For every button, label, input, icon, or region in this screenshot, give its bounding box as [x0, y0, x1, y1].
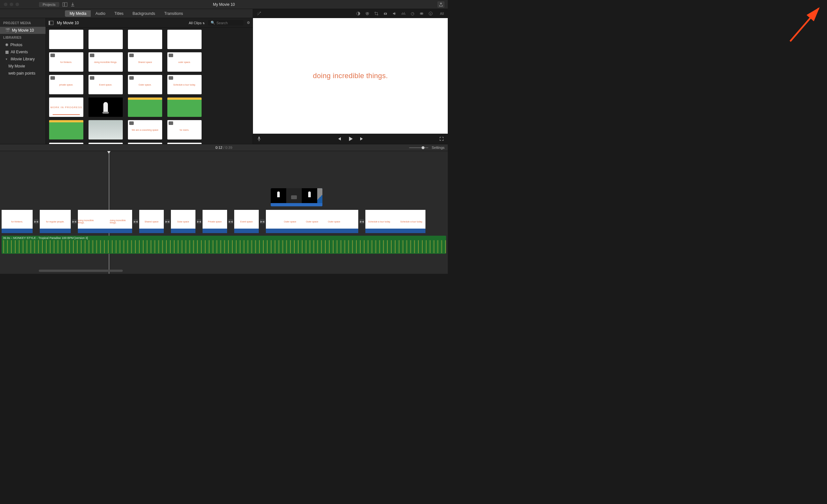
close-window[interactable] — [4, 3, 7, 6]
clip-label: for thinkers. — [60, 61, 72, 63]
play-button[interactable] — [348, 136, 353, 142]
clip-thumb[interactable] — [89, 30, 123, 49]
timeline-clip[interactable]: for regular people. — [40, 210, 71, 233]
tab-titles[interactable]: Titles — [110, 10, 128, 17]
transition[interactable]: ▶◀ — [228, 210, 234, 233]
clip-thumb[interactable]: Outer space. — [128, 75, 162, 94]
clip-thumb[interactable] — [167, 98, 202, 117]
transition[interactable]: ▶◀ — [33, 210, 39, 233]
clip-thumb[interactable]: for doers. — [167, 120, 202, 140]
sidebar-all-events[interactable]: ▦ All Events — [0, 48, 46, 55]
color-correction-icon[interactable] — [365, 11, 370, 16]
timeline-clip[interactable]: Solar space — [171, 210, 195, 233]
clip-thumb[interactable]: We are a coworking space — [128, 120, 162, 140]
view-layout-icon[interactable] — [62, 2, 67, 7]
clip-thumb[interactable] — [128, 30, 162, 49]
clips-filter-dropdown[interactable]: All Clips ⇅ — [189, 21, 205, 25]
tab-transitions[interactable]: Transitions — [159, 10, 187, 17]
search-input[interactable] — [216, 21, 242, 25]
timeline-clip[interactable]: Private space — [202, 210, 227, 233]
clip-thumb[interactable]: Schedule a tour today. — [167, 75, 202, 94]
timeline-settings-button[interactable]: Settings — [432, 146, 444, 150]
transition[interactable]: ▶◀ — [196, 210, 202, 233]
clip-thumb[interactable] — [128, 98, 162, 117]
transition[interactable]: ▶◀ — [164, 210, 171, 233]
next-button[interactable] — [359, 136, 364, 141]
tab-audio[interactable]: Audio — [91, 10, 110, 17]
noise-reduction-icon[interactable] — [401, 11, 406, 16]
viewer-canvas[interactable]: doing incredible things. — [253, 18, 448, 134]
stabilization-icon[interactable] — [383, 11, 388, 16]
clip-thumb[interactable]: outer space. — [167, 52, 202, 72]
clip-filter-icon[interactable] — [419, 11, 424, 16]
clip-grid[interactable]: for thinkers. doing incredible things. S… — [46, 28, 253, 144]
overlay-clip[interactable] — [271, 188, 323, 206]
window-controls — [0, 3, 19, 6]
transition[interactable]: ▶◀ — [133, 210, 139, 233]
clip-label: WORK IN PROGRESS — [50, 106, 82, 109]
projects-button[interactable]: Projects — [39, 2, 60, 7]
sidebar-project-label: My Movie 10 — [12, 28, 34, 33]
volume-icon[interactable] — [392, 11, 397, 16]
clip-thumb[interactable]: WORK IN PROGRESS — [49, 98, 83, 117]
clip-thumb[interactable] — [89, 120, 123, 140]
zoom-window[interactable] — [15, 3, 19, 6]
transition[interactable]: ▶◀ — [259, 210, 265, 233]
fullscreen-icon[interactable] — [439, 137, 444, 141]
horizontal-scrollbar[interactable] — [39, 269, 123, 272]
timeline-clip[interactable]: Shared space — [139, 210, 164, 233]
camera-icon — [168, 54, 173, 57]
video-track[interactable]: for thinkers.▶◀for regular people.▶◀doin… — [2, 210, 446, 233]
enhance-wand-icon[interactable] — [256, 11, 262, 16]
transition[interactable]: ▶◀ — [358, 210, 365, 233]
speed-icon[interactable] — [410, 11, 415, 16]
clip-label: outer space. — [178, 61, 191, 63]
timeline-clip[interactable]: Schedule a tour today.Schedule a tour to… — [366, 210, 426, 233]
clip-thumb[interactable] — [49, 120, 83, 140]
voiceover-icon[interactable] — [257, 136, 261, 141]
viewer-toolbar: All — [253, 9, 448, 18]
audio-waveform — [2, 240, 446, 253]
crop-icon[interactable] — [374, 11, 379, 16]
clip-thumb[interactable]: doing incredible things. — [89, 52, 123, 72]
zoom-slider[interactable] — [409, 147, 428, 148]
audio-clip-label: 39.9s – MONKEY STYLE - Tropical Paradise… — [3, 236, 88, 240]
camera-icon — [90, 76, 94, 80]
rocket-graphic — [103, 102, 108, 112]
timeline[interactable]: for thinkers.▶◀for regular people.▶◀doin… — [0, 151, 448, 274]
clip-label: Outer space. — [139, 84, 151, 86]
timeline-clip[interactable]: for thinkers. — [2, 210, 33, 233]
sidebar-toggle-icon[interactable] — [48, 21, 54, 25]
timeline-clip[interactable]: doing incredible things.doing incredible… — [78, 210, 132, 233]
tab-backgrounds[interactable]: Backgrounds — [128, 10, 159, 17]
minimize-window[interactable] — [10, 3, 13, 6]
transition[interactable]: ▶◀ — [71, 210, 78, 233]
sidebar-project[interactable]: 🎬 My Movie 10 — [0, 27, 46, 34]
sidebar: PROJECT MEDIA 🎬 My Movie 10 LIBRARIES ❋ … — [0, 18, 46, 144]
import-icon[interactable] — [70, 2, 75, 7]
clip-thumb[interactable]: private space. — [49, 75, 83, 94]
clip-thumb[interactable] — [167, 30, 202, 49]
timeline-clip[interactable]: Event space — [234, 210, 259, 233]
color-balance-icon[interactable] — [356, 11, 360, 16]
camera-icon — [168, 121, 173, 125]
clip-thumb[interactable] — [89, 98, 123, 117]
sidebar-event-web-pain[interactable]: web pain points — [0, 70, 46, 77]
audio-track[interactable]: 39.9s – MONKEY STYLE - Tropical Paradise… — [2, 236, 446, 254]
clip-thumb[interactable]: Shared space — [128, 52, 162, 72]
search-input-wrap[interactable]: 🔍 — [208, 20, 244, 26]
share-button[interactable] — [437, 1, 444, 8]
browser-settings-icon[interactable]: ⚙ — [247, 21, 250, 25]
svg-point-10 — [421, 12, 423, 14]
titlebar: Projects My Movie 10 — [0, 0, 448, 9]
clip-thumb[interactable]: for thinkers. — [49, 52, 83, 72]
sidebar-photos[interactable]: ❋ Photos — [0, 41, 46, 48]
prev-button[interactable] — [337, 136, 342, 141]
tab-my-media[interactable]: My Media — [65, 10, 91, 17]
clip-thumb[interactable]: Event space. — [89, 75, 123, 94]
sidebar-event-my-movie[interactable]: My Movie — [0, 63, 46, 70]
timeline-clip[interactable]: Outer spaceOuter spaceOuter space — [266, 210, 358, 233]
info-icon[interactable] — [428, 11, 433, 16]
clip-thumb[interactable] — [49, 30, 83, 49]
sidebar-imovie-library[interactable]: iMovie Library — [0, 55, 46, 63]
